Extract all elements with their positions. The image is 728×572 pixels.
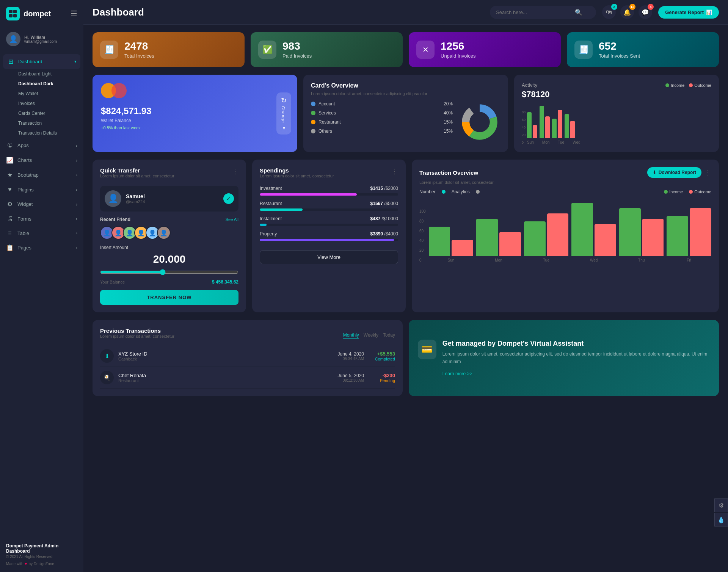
search-bar: 🔍: [490, 6, 596, 19]
spending-property: Property $3890 /$4000: [260, 231, 398, 241]
bottom-section: Quick Transfer Lorem ipsum dolor sit ame…: [93, 160, 719, 312]
floating-buttons: ⚙ 💧: [714, 498, 728, 527]
sidebar-item-label: Dashboard: [18, 59, 42, 64]
transaction-legend: Number Analytics Income Outcome: [419, 189, 711, 194]
subnav-my-wallet[interactable]: My Wallet: [12, 89, 83, 99]
svg-rect-3: [13, 14, 17, 17]
tbar-fri: [667, 208, 711, 256]
view-more-button[interactable]: View More: [260, 250, 398, 264]
friend-avatar-6[interactable]: 👤: [157, 226, 171, 240]
tbar-label-sun: Sun: [429, 258, 474, 262]
virtual-assistant-card: 💳 Get managed by Dompet's Virtual Assist…: [409, 320, 719, 396]
tx-status-2: Pending: [369, 378, 395, 383]
sidebar-item-plugins[interactable]: ♥ Plugins ›: [0, 182, 83, 197]
search-input[interactable]: [496, 9, 572, 15]
sidebar-item-apps[interactable]: ① Apps ›: [0, 138, 83, 153]
nav-section: ⊞ Dashboard ▾ Dashboard Light Dashboard …: [0, 51, 83, 258]
sidebar-item-label: Charts: [17, 157, 32, 163]
chevron-down-icon: ▾: [74, 59, 77, 64]
sidebar: dompet ☰ 👤 Hi, William william@gmail.com…: [0, 0, 83, 572]
tab-weekly[interactable]: Weekly: [364, 332, 378, 339]
spending-restaurant: Restaurant $1567 /$5000: [260, 201, 398, 211]
va-icon: 💳: [418, 340, 436, 359]
sidebar-item-bootstrap[interactable]: ★ Bootstrap ›: [0, 168, 83, 182]
settings-float-button[interactable]: ⚙: [714, 498, 728, 512]
chat-badge: 5: [648, 4, 654, 10]
footer-copyright: © 2021 All Rights Reserved: [6, 555, 77, 559]
subnav-dashboard-dark[interactable]: Dashboard Dark: [12, 79, 83, 89]
bag-icon-wrap[interactable]: 🛍 2: [602, 5, 616, 19]
amount-slider[interactable]: [100, 269, 238, 275]
bar-label-sun: Sun: [527, 140, 534, 144]
more-options-icon[interactable]: ⋮: [232, 167, 238, 176]
sidebar-item-dashboard[interactable]: ⊞ Dashboard ▾: [3, 54, 80, 69]
subnav-transaction-details[interactable]: Transaction Details: [12, 128, 83, 138]
previous-transactions-card: Previous Transactions Lorem ipsum dolor …: [93, 320, 403, 396]
sidebar-item-forms[interactable]: 🖨 Forms ›: [0, 212, 83, 226]
va-learn-more-link[interactable]: Learn more >>: [442, 371, 472, 376]
sidebar-item-pages[interactable]: 📋 Pages ›: [0, 240, 83, 255]
download-icon: ⬇: [653, 170, 656, 175]
property-bar: [260, 239, 394, 241]
tx-date-1: June 4, 2020: [338, 351, 364, 357]
tab-today[interactable]: Today: [383, 332, 395, 339]
stat-card-unpaid-invoices: ✕ 1256 Unpaid Invoices: [409, 32, 561, 67]
cards-overview-desc: Lorem ipsum dolor sit amet, consectetur …: [311, 91, 500, 96]
tbar-sun: [429, 227, 474, 256]
tx-type-2: Restaurant: [118, 378, 333, 383]
total-invoices-label: Total Invoices: [124, 53, 154, 59]
tx-type-1: Cashback: [118, 357, 333, 361]
water-float-button[interactable]: 💧: [714, 513, 728, 527]
subnav-dashboard-light[interactable]: Dashboard Light: [12, 69, 83, 79]
paid-invoices-number: 983: [282, 41, 312, 52]
bootstrap-icon: ★: [6, 171, 14, 179]
sidebar-item-widget[interactable]: ⚙ Widget ›: [0, 197, 83, 212]
subnav-invoices[interactable]: Invoices: [12, 99, 83, 108]
bell-icon-wrap[interactable]: 🔔 12: [620, 5, 634, 19]
sidebar-item-label: Forms: [17, 216, 31, 222]
tx-status-1: Completed: [369, 357, 395, 361]
number-dot: [476, 190, 480, 194]
unpaid-icon: ✕: [416, 41, 435, 59]
chat-icon-wrap[interactable]: 💬 5: [639, 5, 652, 19]
sidebar-item-label: Plugins: [17, 187, 34, 193]
sidebar-item-charts[interactable]: 📈 Charts ›: [0, 153, 83, 168]
wallet-label: Wallet Balance: [101, 118, 289, 123]
water-icon: 💧: [717, 516, 725, 523]
subnav-transaction[interactable]: Transaction: [12, 118, 83, 128]
chevron-right-icon: ›: [76, 202, 77, 207]
dashboard-icon: ⊞: [7, 58, 14, 65]
stat-card-paid-invoices: ✅ 983 Paid Invoices: [251, 32, 403, 67]
tbar-label-wed: Wed: [571, 258, 616, 262]
see-all-link[interactable]: See All: [226, 217, 238, 222]
more-options-icon[interactable]: ⋮: [704, 168, 711, 177]
tab-monthly[interactable]: Monthly: [343, 332, 359, 339]
download-report-button[interactable]: ⬇ Download Report: [647, 167, 701, 178]
svg-rect-0: [9, 10, 13, 13]
wallet-change-button[interactable]: ↻ Change ▾: [276, 92, 291, 135]
your-balance-value: $ 456,345.62: [212, 279, 238, 285]
bar-group-tue: [552, 110, 562, 138]
topbar-icons: 🛍 2 🔔 12 💬 5: [602, 5, 652, 19]
subnav-cards-center[interactable]: Cards Center: [12, 108, 83, 118]
more-options-icon[interactable]: ⋮: [391, 167, 398, 176]
transfer-now-button[interactable]: TRANSFER NOW: [100, 290, 238, 305]
income-label: Income: [671, 83, 684, 88]
spendings-desc: Lorem ipsum dolor sit amet, consectetur: [260, 174, 334, 178]
bar-label-mon: Mon: [542, 140, 549, 144]
hamburger-menu[interactable]: ☰: [71, 9, 77, 18]
income-dot: [664, 190, 668, 194]
svg-point-8: [469, 112, 490, 132]
tbar-label-tue: Tue: [524, 258, 569, 262]
total-invoices-number: 2478: [124, 41, 154, 52]
sidebar-item-label: Bootstrap: [17, 172, 39, 178]
sidebar-item-table[interactable]: ≡ Table ›: [0, 226, 83, 240]
tbar-mon: [476, 219, 521, 256]
generate-report-button[interactable]: Generate Report 📊: [658, 6, 719, 19]
restaurant-dot: [311, 120, 315, 124]
others-dot: [311, 129, 315, 133]
analytics-dot: [442, 190, 446, 194]
paid-icon: ✅: [258, 41, 276, 59]
tx-name-1: XYZ Store ID: [118, 351, 333, 357]
legend-others-pct: 15%: [444, 129, 453, 134]
